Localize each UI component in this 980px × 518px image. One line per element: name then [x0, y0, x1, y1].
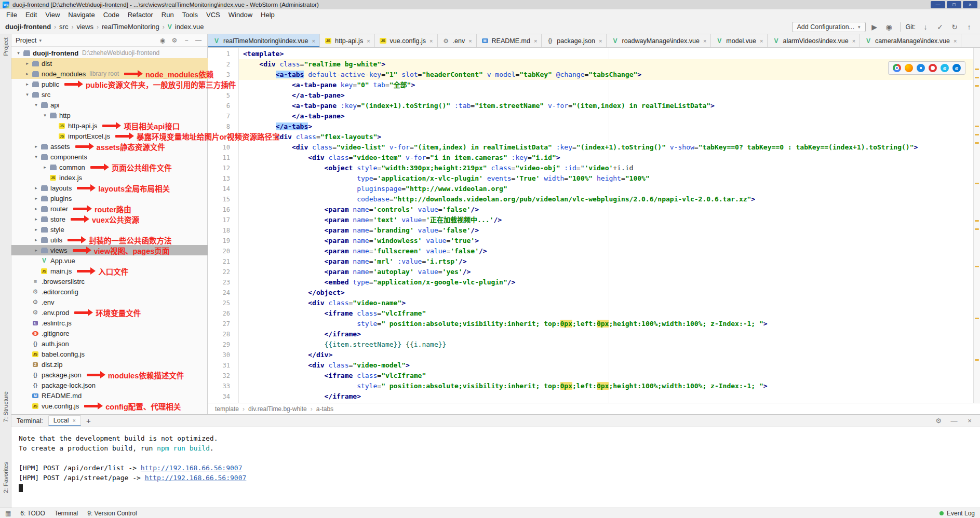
- line-number[interactable]: 21: [208, 256, 238, 267]
- tree-item-duoji-frontend[interactable]: ▾duoji-frontendD:\zheheWeb\duoji-fronten…: [11, 48, 208, 58]
- tree-item-gitignore[interactable]: .gitignore: [11, 328, 208, 338]
- settings-icon[interactable]: ⚙: [170, 37, 179, 44]
- breadcrumb-index-vue[interactable]: index.vue: [175, 23, 204, 31]
- line-number[interactable]: 18: [208, 225, 238, 236]
- code-line-7[interactable]: </a-tab-pane>: [239, 111, 980, 121]
- tree-item-package-lock-json[interactable]: {}package-lock.json: [11, 380, 208, 390]
- line-number[interactable]: 34: [208, 391, 238, 402]
- breadcrumb-views[interactable]: views: [76, 23, 93, 31]
- line-number[interactable]: 6: [208, 101, 238, 111]
- tree-chevron-icon[interactable]: ▾: [23, 92, 31, 97]
- tree-chevron-icon[interactable]: ▸: [23, 61, 31, 66]
- tree-item-node-modules[interactable]: ▸node_moduleslibrary rootnode_modules依赖: [11, 69, 208, 79]
- line-number[interactable]: 26: [208, 308, 238, 319]
- tree-chevron-icon[interactable]: ▸: [32, 248, 40, 253]
- menu-navigate[interactable]: Navigate: [64, 10, 99, 19]
- project-panel-title[interactable]: Project: [16, 36, 36, 44]
- editor-breadcrumb-template[interactable]: template: [215, 405, 239, 413]
- tree-chevron-icon[interactable]: ▸: [32, 144, 40, 149]
- tree-item-app-vue[interactable]: VApp.vue: [11, 255, 208, 266]
- line-number[interactable]: 19: [208, 236, 238, 246]
- tree-item-package-json[interactable]: {}package.jsonmodules依赖描述文件: [11, 370, 208, 380]
- editor-tab-alarmvideos-index-vue[interactable]: ValarmVideos\index.vue×: [768, 34, 860, 47]
- code-line-31[interactable]: <div class="video-model">: [239, 360, 980, 371]
- close-panel-icon[interactable]: ×: [964, 417, 975, 425]
- toolwindow-button-project[interactable]: Project: [0, 37, 11, 56]
- tree-item-src[interactable]: ▾src: [11, 89, 208, 100]
- tree-chevron-icon[interactable]: ▸: [32, 196, 40, 201]
- close-button[interactable]: ×: [963, 1, 977, 8]
- code-line-6[interactable]: <a-tab-pane :key="(index+1).toString()" …: [239, 101, 980, 111]
- editor-tab-realtimemonitoring-index-vue[interactable]: VrealTimeMonitoring\index.vue×: [208, 34, 320, 47]
- minimize-button[interactable]: —: [931, 1, 945, 8]
- close-icon[interactable]: ×: [312, 38, 315, 44]
- code-line-12[interactable]: <object style="width:390px;height:219px"…: [239, 163, 980, 173]
- collapse-all-icon[interactable]: −: [182, 37, 191, 44]
- tree-item-env-prod[interactable]: ⚙.env.prod环境变量文件: [11, 307, 208, 318]
- code-line-9[interactable]: <div class="flex-layouts">: [239, 132, 980, 142]
- editor-tab-env[interactable]: ⚙.env×: [438, 34, 477, 47]
- git-update-icon[interactable]: ↓: [920, 23, 931, 31]
- editor-tab-package-json[interactable]: {}package.json×: [542, 34, 607, 47]
- tree-chevron-icon[interactable]: ▸: [32, 237, 40, 242]
- tree-item-public[interactable]: ▸publicpublic资源文件夹，一般放引用的第三方插件: [11, 79, 208, 89]
- tree-item-utils[interactable]: ▸utils封装的一些公共函数方法: [11, 235, 208, 245]
- tree-item-api[interactable]: ▾api: [11, 100, 208, 110]
- menu-help[interactable]: Help: [257, 10, 279, 19]
- code-line-21[interactable]: <param name='mrl' :value='i.rtsp'/>: [239, 256, 980, 267]
- status-6-todo[interactable]: 6: TODO: [20, 510, 45, 517]
- close-icon[interactable]: ×: [468, 38, 472, 44]
- terminal-link[interactable]: http://192.168.66.56:9007: [145, 474, 247, 482]
- line-number[interactable]: 24: [208, 288, 238, 298]
- code-line-28[interactable]: </iframe>: [239, 329, 980, 339]
- code-line-1[interactable]: <template>: [239, 49, 980, 59]
- code-line-20[interactable]: <param name='fullscreen' value='false'/>: [239, 246, 980, 256]
- warning-mark-icon[interactable]: [975, 85, 979, 87]
- code-line-32[interactable]: <iframe class="vlcIframe": [239, 371, 980, 381]
- line-number[interactable]: 31: [208, 360, 238, 371]
- code-content[interactable]: <template> <div class="realTime bg-white…: [239, 48, 980, 403]
- tree-chevron-icon[interactable]: ▸: [32, 185, 40, 190]
- tree-item-vue-config-js[interactable]: vue.config.jsconfig配置、代理相关: [11, 401, 208, 411]
- code-line-14[interactable]: pluginspage="http://www.videolan.org": [239, 184, 980, 194]
- line-number[interactable]: 10: [208, 142, 238, 153]
- code-line-34[interactable]: </iframe>: [239, 391, 980, 402]
- terminal-output[interactable]: Note that the development build is not o…: [11, 427, 980, 508]
- line-number[interactable]: 15: [208, 194, 238, 205]
- line-number[interactable]: 25: [208, 298, 238, 308]
- tree-item-importexcel-js[interactable]: importExcel.js暴露环境变量地址给图片or视频资源路径宝: [11, 131, 208, 141]
- code-line-24[interactable]: </object>: [239, 288, 980, 298]
- line-number[interactable]: 23: [208, 277, 238, 288]
- tree-chevron-icon[interactable]: ▾: [32, 102, 40, 107]
- tree-chevron-icon[interactable]: ▸: [41, 165, 49, 170]
- line-number[interactable]: 20: [208, 246, 238, 256]
- editor-tab-readme-md[interactable]: README.md×: [477, 34, 542, 47]
- git-commit-icon[interactable]: ✓: [934, 23, 946, 31]
- menu-view[interactable]: View: [41, 10, 64, 19]
- tree-item-layouts[interactable]: ▸layoutslayouts全局布局相关: [11, 183, 208, 193]
- chevron-down-icon[interactable]: ▾: [39, 38, 42, 43]
- chrome-browser-icon[interactable]: [893, 64, 901, 72]
- debug-icon[interactable]: ◉: [883, 23, 895, 31]
- code-line-33[interactable]: style=" position:absolute;visibility:inh…: [239, 381, 980, 391]
- menu-code[interactable]: Code: [99, 10, 124, 19]
- line-number[interactable]: 11: [208, 153, 238, 163]
- tree-chevron-icon[interactable]: ▸: [23, 71, 31, 76]
- editor-tab-cameramanage-index-vue[interactable]: VcameraManage\index.vue×: [860, 34, 961, 47]
- tree-item-babel-config-js[interactable]: babel.config.js: [11, 349, 208, 359]
- line-number[interactable]: 33: [208, 381, 238, 391]
- line-number[interactable]: 28: [208, 329, 238, 339]
- line-number[interactable]: 7: [208, 111, 238, 121]
- line-number[interactable]: 14: [208, 184, 238, 194]
- add-configuration-button[interactable]: Add Configuration... ▾: [792, 22, 866, 32]
- menu-run[interactable]: Run: [157, 10, 178, 19]
- editor-breadcrumb-a-tabs[interactable]: a-tabs: [316, 405, 333, 413]
- code-line-11[interactable]: <div class="video-item" v-for="i in item…: [239, 153, 980, 163]
- code-line-19[interactable]: <param name='windowless' value='true'>: [239, 236, 980, 246]
- git-push-icon[interactable]: ↑: [963, 23, 975, 31]
- tree-item-components[interactable]: ▾components: [11, 152, 208, 162]
- code-line-16[interactable]: <param name='controls' value='false'/>: [239, 205, 980, 215]
- warning-mark-icon[interactable]: [975, 134, 979, 135]
- code-line-15[interactable]: codebase="http://downloads.videolan.org/…: [239, 194, 980, 205]
- line-number[interactable]: 30: [208, 350, 238, 360]
